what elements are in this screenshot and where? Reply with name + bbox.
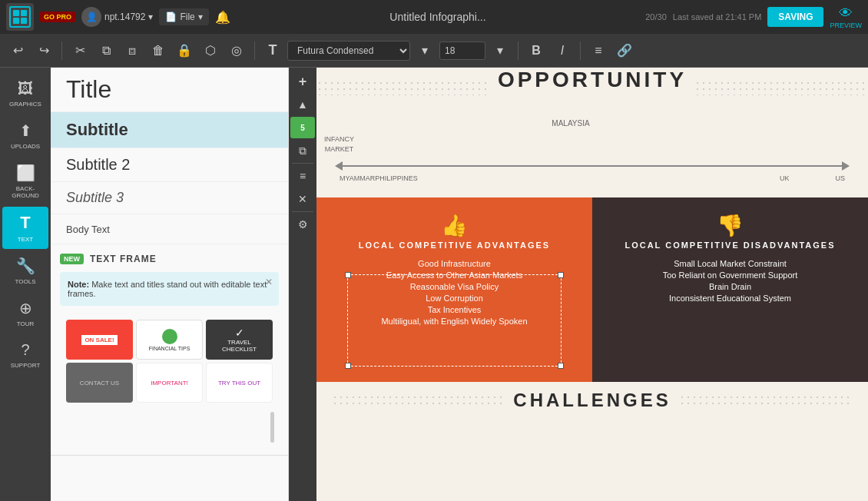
sidebar-label-background: BACK-GROUND bbox=[12, 185, 39, 199]
redo-button[interactable]: ↪ bbox=[32, 39, 55, 62]
formatting-toolbar: ↩ ↪ ✂ ⧉ ⧈ 🗑 🔒 ⬡ ◎ T Futura Condensed ▾ ▾… bbox=[0, 34, 868, 68]
text-selection-box[interactable] bbox=[347, 274, 562, 367]
font-size-dropdown-arrow[interactable]: ▾ bbox=[413, 39, 436, 62]
disadvantages-title: LOCAL COMPETITIVE DISADVANTAGES bbox=[624, 241, 835, 250]
close-float-button[interactable]: ✕ bbox=[290, 188, 315, 210]
support-icon: ? bbox=[21, 341, 29, 359]
move-up-button[interactable]: ▲ bbox=[290, 94, 315, 115]
thumb-3[interactable]: ✓ TRAVELCHECKLIST bbox=[206, 320, 273, 360]
font-size-stepper[interactable]: ▾ bbox=[489, 39, 512, 62]
scroll-area[interactable] bbox=[60, 409, 279, 446]
file-label: File bbox=[180, 12, 194, 22]
color-button[interactable]: ◎ bbox=[225, 39, 248, 62]
challenges-dot-pattern-right bbox=[679, 394, 853, 406]
cut-button[interactable]: ✂ bbox=[68, 39, 91, 62]
thumb-1[interactable]: ON SALE! bbox=[66, 320, 133, 360]
opportunity-title-row: OPPORTUNITY bbox=[316, 68, 868, 108]
cards-row: 👍 LOCAL COMPETITIVE ADVANTAGES Good Infr… bbox=[316, 197, 868, 382]
challenges-title-row: CHALLENGES bbox=[332, 390, 853, 411]
sidebar-label-tour: TOUR bbox=[17, 320, 35, 327]
toolbar-separator-2 bbox=[254, 41, 255, 60]
sidebar-item-support[interactable]: ? SUPPORT bbox=[2, 335, 48, 375]
align-button[interactable]: ≡ bbox=[587, 39, 610, 62]
user-area[interactable]: 👤 npt.14792 ▾ bbox=[81, 7, 153, 27]
timeline-arrow-left bbox=[335, 161, 343, 171]
sidebar-item-tools[interactable]: 🔧 TOOLS bbox=[2, 250, 48, 291]
settings-float-button[interactable]: ⚙ bbox=[290, 214, 315, 235]
copy-button[interactable]: ⧉ bbox=[94, 39, 118, 62]
delete-button[interactable]: 🗑 bbox=[147, 39, 170, 62]
font-family-selector[interactable]: Futura Condensed bbox=[287, 41, 410, 61]
preview-button[interactable]: 👁 PREVIEW bbox=[830, 5, 862, 29]
thumb-5[interactable]: IMPORTANT! bbox=[136, 363, 203, 403]
sidebar-item-background[interactable]: ⬜ BACK-GROUND bbox=[2, 158, 48, 205]
gopro-badge[interactable]: GO PRO bbox=[40, 12, 75, 22]
user-dropdown-icon[interactable]: ▾ bbox=[148, 12, 153, 22]
toolbar-separator-3 bbox=[518, 41, 518, 60]
page-count: 20/30 bbox=[645, 12, 667, 22]
tools-icon: 🔧 bbox=[16, 257, 35, 275]
graphics-icon: 🖼 bbox=[18, 80, 33, 98]
text-frame-section: NEW TEXT FRAME ✕ Note: Make text and tit… bbox=[51, 244, 288, 456]
float-separator bbox=[292, 163, 313, 164]
handle-bl[interactable] bbox=[345, 363, 351, 369]
text-style-subtitle[interactable]: Subtitle bbox=[51, 112, 288, 148]
thumb-4[interactable]: CONTACT US bbox=[66, 363, 133, 403]
timeline-line bbox=[340, 165, 845, 167]
disadvantage-item-4: Inconsistent Educational System bbox=[663, 294, 798, 303]
note-bold: Note: bbox=[68, 280, 89, 289]
duplicate-button[interactable]: ⧉ bbox=[290, 140, 315, 161]
text-frame-info-box: ✕ Note: Make text and titles stand out w… bbox=[60, 272, 279, 306]
italic-button[interactable]: I bbox=[551, 39, 574, 62]
handle-br[interactable] bbox=[558, 363, 564, 369]
doc-title[interactable]: Untitled Infographi... bbox=[389, 11, 485, 23]
challenges-title: CHALLENGES bbox=[513, 390, 671, 411]
background-icon: ⬜ bbox=[16, 164, 35, 182]
undo-button[interactable]: ↩ bbox=[6, 39, 29, 62]
sidebar-item-tour[interactable]: ⊕ TOUR bbox=[2, 293, 48, 333]
bold-button[interactable]: B bbox=[525, 39, 548, 62]
disadvantages-list: Small Local Market Constraint Too Relian… bbox=[663, 259, 798, 305]
file-dropdown-icon[interactable]: ▾ bbox=[198, 12, 203, 22]
add-page-button[interactable]: + bbox=[290, 71, 315, 92]
opportunity-title[interactable]: OPPORTUNITY bbox=[498, 68, 687, 92]
text-style-subtitle2[interactable]: Subtitle 2 bbox=[51, 148, 288, 182]
toolbar-separator-1 bbox=[61, 41, 62, 60]
thumb-6[interactable]: TRY THIS OUT bbox=[206, 363, 273, 403]
saving-button[interactable]: SAVING bbox=[767, 7, 823, 27]
sidebar-label-support: SUPPORT bbox=[11, 362, 41, 369]
text-format-button[interactable]: T bbox=[261, 39, 284, 62]
lock-button[interactable]: 🔒 bbox=[173, 39, 196, 62]
handle-tr[interactable] bbox=[558, 272, 564, 278]
paste-button[interactable]: ⧈ bbox=[121, 39, 144, 62]
link-button[interactable]: 🔗 bbox=[613, 39, 636, 62]
fill-button[interactable]: ⬡ bbox=[199, 39, 222, 62]
text-style-subtitle3[interactable]: Subtitle 3 bbox=[51, 182, 288, 214]
font-size-input[interactable] bbox=[439, 41, 485, 60]
uk-label: UK bbox=[780, 174, 790, 182]
bell-icon[interactable]: 🔔 bbox=[215, 10, 230, 25]
tour-icon: ⊕ bbox=[19, 299, 32, 317]
handle-tl[interactable] bbox=[345, 272, 351, 278]
doc-title-area: Untitled Infographi... bbox=[237, 11, 640, 23]
thumbs-down-icon: 👎 bbox=[717, 213, 744, 241]
thumbs-up-icon: 👍 bbox=[441, 213, 469, 241]
list-view-button[interactable]: ≡ bbox=[290, 165, 315, 187]
sidebar-item-text[interactable]: T TEXT bbox=[2, 207, 48, 249]
file-button[interactable]: 📄 File ▾ bbox=[159, 8, 208, 25]
style-subtitle2-label: Subtitle 2 bbox=[66, 156, 130, 173]
float-separator-2 bbox=[292, 211, 313, 212]
topbar: GO PRO 👤 npt.14792 ▾ 📄 File ▾ 🔔 Untitled… bbox=[0, 0, 868, 34]
sidebar-item-graphics[interactable]: 🖼 GRAPHICS bbox=[2, 74, 48, 114]
text-style-body[interactable]: Body Text bbox=[51, 214, 288, 244]
username: npt.14792 bbox=[104, 12, 145, 22]
logo bbox=[6, 3, 34, 31]
text-style-title[interactable]: Title bbox=[51, 68, 288, 112]
close-info-box-button[interactable]: ✕ bbox=[265, 277, 273, 287]
infancy-label: INFANCY MARKET bbox=[324, 134, 354, 154]
text-frame-thumbnails: ON SALE! FINANCIAL TIPS ✓ TRAVELCHECKLIS… bbox=[60, 314, 279, 409]
thumb-2[interactable]: FINANCIAL TIPS bbox=[136, 320, 203, 360]
sidebar-item-uploads[interactable]: ⬆ UPLOADS bbox=[2, 115, 48, 156]
text-icon: T bbox=[20, 213, 30, 233]
dot-pattern-left bbox=[316, 80, 490, 95]
